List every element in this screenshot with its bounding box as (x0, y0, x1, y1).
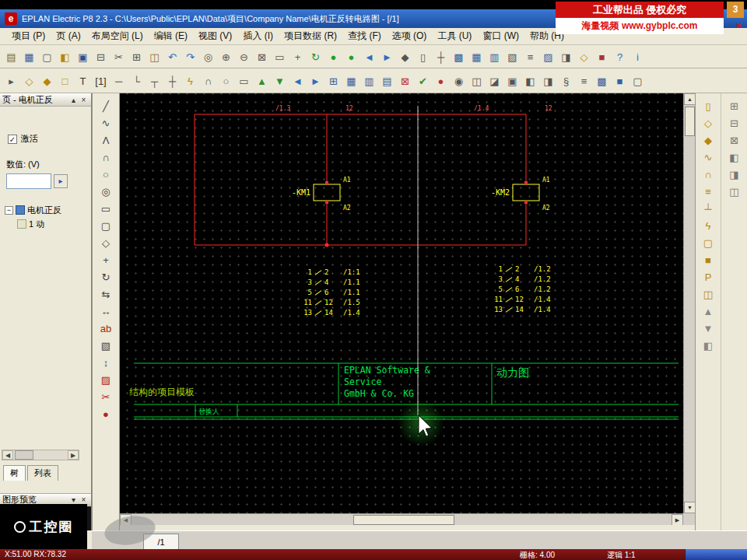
image-tool-icon[interactable]: ▨ (98, 372, 114, 387)
rectangle-tool-icon[interactable]: ▭ (98, 201, 114, 216)
menu-item[interactable]: 视图 (V) (193, 30, 237, 43)
hatch-tool-icon[interactable]: ▧ (98, 338, 114, 353)
panel-header[interactable]: 页 - 电机正反 ▴ × (0, 93, 91, 107)
rotate-tool-icon[interactable]: ↻ (98, 269, 114, 285)
insert-shield-icon[interactable]: ∩ (700, 166, 717, 182)
symbol-icon[interactable]: ◆ (397, 49, 413, 65)
report-icon[interactable]: ▥ (486, 49, 503, 65)
circle-tool-icon[interactable]: ○ (98, 166, 114, 182)
corner-icon[interactable]: └ (128, 73, 145, 89)
tnode-icon[interactable]: ┬ (146, 73, 163, 89)
scroll-thumb[interactable] (685, 107, 695, 136)
undo-icon[interactable]: ↶ (164, 49, 181, 65)
insert-macro-icon[interactable]: ◆ (39, 73, 55, 89)
km2-coil[interactable] (513, 184, 539, 201)
dimension-tool-icon[interactable]: ↕ (98, 355, 114, 370)
interruption-icon[interactable]: ϟ (182, 73, 198, 89)
scroll-right-icon[interactable]: ▶ (68, 450, 79, 460)
move-tool-icon[interactable]: + (98, 252, 114, 268)
graphic-icon[interactable]: ▨ (540, 49, 556, 65)
arc-icon[interactable]: ∩ (200, 73, 216, 89)
plugin-badge[interactable]: 3 (727, 2, 744, 18)
canvas-h-scrollbar[interactable]: ◀ ▶ (120, 513, 683, 525)
apply-button[interactable]: ▸ (54, 174, 68, 188)
menu-item[interactable]: 布局空间 (L) (86, 30, 149, 43)
wire-icon[interactable]: ─ (110, 73, 127, 89)
insert-busbar-icon[interactable]: ≡ (700, 184, 717, 199)
dense-grid-icon[interactable]: ▩ (594, 73, 610, 89)
scroll-down-icon[interactable]: ▼ (684, 502, 696, 513)
zoom-in-icon[interactable]: ⊕ (218, 49, 234, 65)
prev-page-icon[interactable]: ◄ (361, 49, 377, 65)
back-icon[interactable]: ● (325, 49, 342, 65)
tab-tree[interactable]: 树 (3, 465, 26, 481)
spline-tool-icon[interactable]: ∿ (98, 115, 114, 131)
half-left-icon[interactable]: ◧ (522, 73, 538, 89)
value-input[interactable] (6, 173, 51, 189)
right-icon[interactable]: ► (307, 73, 324, 89)
save-icon[interactable]: ▣ (75, 49, 91, 65)
plot-icon[interactable]: ■ (594, 49, 610, 65)
cut-icon[interactable]: ✂ (110, 49, 127, 65)
tree-node-project[interactable]: − 电机正反 (5, 203, 91, 217)
new-icon[interactable]: ▢ (39, 49, 55, 65)
rect-icon[interactable]: ▭ (236, 73, 252, 89)
connection-icon[interactable]: ┼ (433, 49, 449, 65)
fill-icon[interactable]: ▣ (504, 73, 521, 89)
up-icon[interactable]: ▲ (254, 73, 270, 89)
scroll-thumb[interactable] (15, 450, 33, 460)
insert-cable-icon[interactable]: ∿ (700, 149, 717, 165)
down-icon[interactable]: ▼ (272, 73, 288, 89)
menu-item[interactable]: 选项 (O) (387, 30, 433, 43)
close-icon[interactable]: × (79, 495, 89, 504)
frame-icon[interactable]: ▢ (630, 73, 646, 89)
activate-checkbox[interactable]: ✓ (8, 135, 17, 144)
next-page-icon[interactable]: ► (379, 49, 395, 65)
device-icon[interactable]: ▯ (415, 49, 431, 65)
zoom-out-icon[interactable]: ⊖ (236, 49, 252, 65)
table2-icon[interactable]: ▦ (343, 73, 359, 89)
menu-item[interactable]: 项目 (P) (6, 30, 51, 43)
cross-icon[interactable]: ┼ (164, 73, 181, 89)
parts-icon[interactable]: ▧ (504, 49, 521, 65)
schematic-canvas[interactable]: -KM1 A1 A2 -KM2 A1 A2 /1.3 12 /1.4 12 EP… (120, 93, 683, 513)
menu-item[interactable]: 编辑 (E) (149, 30, 193, 43)
zoom-window-icon[interactable]: ⊠ (254, 49, 270, 65)
navigator-icon[interactable]: ▦ (21, 49, 37, 65)
trim-tool-icon[interactable]: ✂ (98, 389, 114, 404)
dot-tool-icon[interactable]: ● (98, 406, 114, 422)
pin-icon[interactable]: ▴ (68, 96, 79, 104)
find-icon[interactable]: ◎ (200, 49, 216, 65)
text-icon[interactable]: T (75, 73, 91, 89)
tab-list[interactable]: 列表 (27, 465, 58, 481)
polygon-tool-icon[interactable]: ◇ (98, 235, 114, 250)
redraw-icon[interactable]: ↻ (307, 49, 324, 65)
line-tool-icon[interactable]: ╱ (98, 98, 114, 114)
redo-icon[interactable]: ↷ (182, 49, 198, 65)
target-icon[interactable]: ◉ (451, 73, 467, 89)
polyline-tool-icon[interactable]: Λ (98, 132, 114, 148)
potential-icon[interactable]: ┴ (700, 201, 717, 216)
window-icon[interactable]: ◨ (558, 49, 574, 65)
zoom-fit-icon[interactable]: ▭ (272, 49, 288, 65)
rounded-rect-tool-icon[interactable]: ▢ (98, 218, 114, 233)
layer-indicator[interactable]: [1] (93, 73, 109, 89)
tree-node-page[interactable]: 1 动 (17, 217, 91, 231)
info-icon[interactable]: i (630, 49, 646, 65)
canvas-v-scrollbar[interactable]: ▲ ▼ (683, 93, 695, 513)
dock-grid-icon[interactable]: ⊞ (726, 98, 742, 114)
table3-icon[interactable]: ▥ (361, 73, 377, 89)
down-small-icon[interactable]: ▼ (700, 320, 717, 336)
mirror-tool-icon[interactable]: ⇆ (98, 286, 114, 302)
up-small-icon[interactable]: ▲ (700, 303, 717, 319)
table-add-icon[interactable]: ⊞ (325, 73, 342, 89)
scroll-up-icon[interactable]: ▲ (684, 93, 696, 105)
left-icon[interactable]: ◄ (289, 73, 306, 89)
scroll-right-icon[interactable]: ▶ (672, 514, 683, 526)
copy-icon[interactable]: ⊞ (128, 49, 145, 65)
black-box-icon[interactable]: ■ (700, 252, 717, 268)
dock-minus-icon[interactable]: ⊟ (726, 115, 742, 131)
plc-box-icon[interactable]: P (700, 269, 717, 285)
close-icon[interactable]: × (79, 96, 89, 104)
menu-item[interactable]: 工具 (U) (432, 30, 477, 43)
